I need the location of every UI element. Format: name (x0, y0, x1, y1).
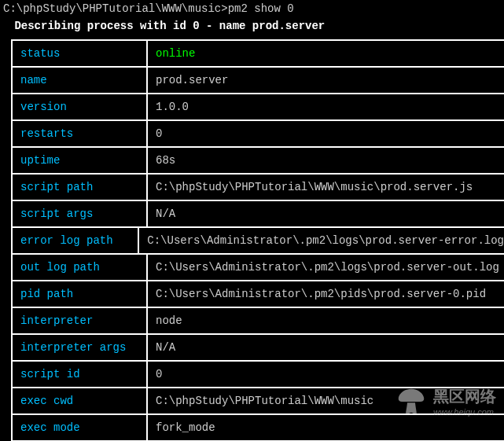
row-key: exec mode (13, 415, 148, 440)
row-value: C:\Users\Administrator\.pm2\logs\prod.se… (148, 260, 499, 274)
row-key: script id (13, 362, 148, 387)
row-key: version (13, 94, 148, 119)
row-key: error log path (13, 228, 139, 253)
row-key: name (13, 68, 148, 93)
table-row: exec modefork_mode (13, 415, 504, 441)
table-row: statusonline (13, 41, 504, 68)
table-row: pid pathC:\Users\Administrator\.pm2\pids… (13, 281, 504, 308)
row-key: status (13, 41, 148, 66)
table-row: nameprod.server (13, 68, 504, 94)
table-row: exec cwdC:\phpStudy\PHPTutorial\WWW\musi… (13, 388, 504, 415)
table-row: script id0 (13, 362, 504, 388)
row-key: restarts (13, 121, 148, 146)
table-row: error log pathC:\Users\Administrator\.pm… (13, 228, 504, 255)
table-row: interpreter argsN/A (13, 335, 504, 362)
row-key: interpreter args (13, 335, 148, 360)
table-row: out log pathC:\Users\Administrator\.pm2\… (13, 255, 504, 281)
row-value: C:\Users\Administrator\.pm2\logs\prod.se… (139, 233, 504, 248)
describe-header: Describing process with id 0 - name prod… (0, 17, 504, 39)
row-value: node (148, 314, 182, 328)
row-value: fork_mode (148, 421, 215, 435)
row-value: N/A (148, 207, 175, 221)
table-row: interpreternode (13, 308, 504, 335)
row-key: script path (13, 175, 148, 200)
row-key: script args (13, 201, 148, 226)
table-row: script argsN/A (13, 201, 504, 228)
table-row: script pathC:\phpStudy\PHPTutorial\WWW\m… (13, 175, 504, 201)
row-key: pid path (13, 281, 148, 307)
row-value: 0 (148, 127, 162, 141)
row-key: out log path (13, 255, 148, 280)
row-value: C:\phpStudy\PHPTutorial\WWW\music\prod.s… (148, 180, 473, 194)
command-prompt: C:\phpStudy\PHPTutorial\WWW\music>pm2 sh… (0, 0, 504, 17)
row-value: C:\Users\Administrator\.pm2\pids\prod.se… (148, 287, 486, 301)
row-value: 1.0.0 (148, 100, 189, 114)
table-row: uptime68s (13, 148, 504, 175)
row-key: exec cwd (13, 388, 148, 413)
row-value: 68s (148, 153, 175, 167)
process-table: statusonlinenameprod.serverversion1.0.0r… (11, 39, 504, 441)
row-value: N/A (148, 340, 175, 355)
row-key: interpreter (13, 308, 148, 333)
row-key: uptime (13, 148, 148, 173)
row-value: prod.server (148, 73, 228, 87)
row-value: online (148, 46, 195, 61)
table-row: restarts0 (13, 121, 504, 148)
row-value: C:\phpStudy\PHPTutorial\WWW\music (148, 394, 373, 408)
table-row: version1.0.0 (13, 94, 504, 121)
row-value: 0 (148, 367, 162, 381)
